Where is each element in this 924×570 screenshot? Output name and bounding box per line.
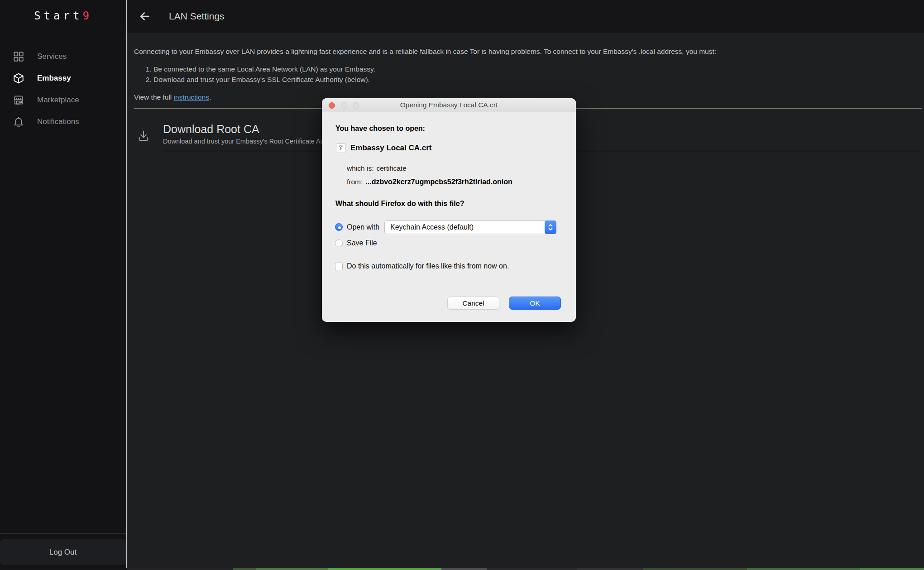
from-value: ...dzbvo2kcrz7ugmpcbs52f3rh2tlriad.onion xyxy=(365,178,512,186)
ok-button[interactable]: OK xyxy=(509,297,561,310)
logo-text: Start xyxy=(34,10,82,22)
view-full-prefix: View the full xyxy=(134,93,174,101)
strip-segment xyxy=(577,568,643,570)
save-file-label: Save File xyxy=(347,239,377,247)
view-full-suffix: . xyxy=(209,93,211,101)
arrow-left-icon[interactable] xyxy=(138,10,152,23)
cube-icon xyxy=(13,72,24,84)
auto-checkbox[interactable] xyxy=(335,263,343,270)
open-with-row: Open with Keychain Access (default) xyxy=(335,220,556,234)
grid-icon xyxy=(13,51,24,62)
sidebar-item-services[interactable]: Services xyxy=(0,46,126,67)
certificate-file-icon xyxy=(337,143,345,153)
strip-segment xyxy=(233,568,256,570)
auto-label: Do this automatically for files like thi… xyxy=(347,262,509,270)
auto-row: Do this automatically for files like thi… xyxy=(335,262,509,270)
storefront-icon xyxy=(13,94,24,106)
sidebar-item-marketplace[interactable]: Marketplace xyxy=(0,89,126,111)
from-row: from:...dzbvo2kcrz7ugmpcbs52f3rh2tlriad.… xyxy=(347,178,512,186)
sidebar-item-label: Marketplace xyxy=(37,96,79,105)
logout-button[interactable]: Log Out xyxy=(0,539,126,565)
page-title: LAN Settings xyxy=(169,11,225,22)
which-is-value: certificate xyxy=(376,164,406,172)
logo-accent: 9 xyxy=(82,10,92,22)
bottom-strip xyxy=(0,568,924,570)
dialog-title: Opening Embassy Local CA.crt xyxy=(322,101,576,109)
intro-text: Connecting to your Embassy over LAN prov… xyxy=(134,47,922,56)
strip-segment xyxy=(747,568,860,570)
strip-segment xyxy=(860,568,924,570)
instructions-link[interactable]: instructions xyxy=(174,93,209,101)
strip-segment xyxy=(643,568,747,570)
app-logo[interactable]: Start9 xyxy=(0,0,126,32)
sidebar-divider xyxy=(0,533,126,534)
open-with-select[interactable]: Keychain Access (default) xyxy=(384,220,556,234)
sidebar: Start9 Services Embassy xyxy=(0,0,127,568)
step-item: Be connected to the same Local Area Netw… xyxy=(153,64,922,74)
sidebar-item-label: Services xyxy=(37,52,67,61)
select-stepper-icon xyxy=(545,220,556,234)
open-with-radio[interactable] xyxy=(335,223,343,231)
cancel-button[interactable]: Cancel xyxy=(447,297,499,310)
dialog-titlebar[interactable]: Opening Embassy Local CA.crt xyxy=(322,98,576,112)
chosen-label: You have chosen to open: xyxy=(335,125,425,133)
dialog-question: What should Firefox do with this file? xyxy=(335,200,464,208)
sidebar-item-label: Notifications xyxy=(37,117,79,126)
strip-segment xyxy=(127,568,233,570)
download-subtitle: Download and trust your Embassy's Root C… xyxy=(163,138,326,145)
header: LAN Settings xyxy=(127,0,924,33)
download-title: Download Root CA xyxy=(163,122,326,136)
step-item: Download and trust your Embassy's SSL Ce… xyxy=(153,74,922,85)
strip-segment xyxy=(441,568,487,570)
save-file-radio[interactable] xyxy=(335,239,343,247)
strip-segment xyxy=(328,568,441,570)
sidebar-item-notifications[interactable]: Notifications xyxy=(0,111,126,133)
open-with-label: Open with xyxy=(347,223,379,231)
sidebar-nav: Services Embassy Marketplace xyxy=(0,32,126,133)
strip-segment xyxy=(256,568,328,570)
open-with-value: Keychain Access (default) xyxy=(390,223,474,231)
sidebar-item-embassy[interactable]: Embassy xyxy=(0,67,126,89)
strip-segment xyxy=(487,568,577,570)
download-icon xyxy=(137,129,150,142)
bell-icon xyxy=(13,116,24,128)
file-name: Embassy Local CA.crt xyxy=(350,144,432,153)
which-is-row: which is:certificate xyxy=(347,164,407,172)
file-open-dialog: Opening Embassy Local CA.crt You have ch… xyxy=(322,98,576,322)
from-label: from: xyxy=(347,178,363,186)
sidebar-item-label: Embassy xyxy=(37,74,71,83)
steps-list: Be connected to the same Local Area Netw… xyxy=(134,64,922,85)
file-row: Embassy Local CA.crt xyxy=(337,143,432,153)
strip-segment xyxy=(0,568,127,570)
which-is-label: which is: xyxy=(347,164,373,172)
save-file-row: Save File xyxy=(335,239,377,247)
